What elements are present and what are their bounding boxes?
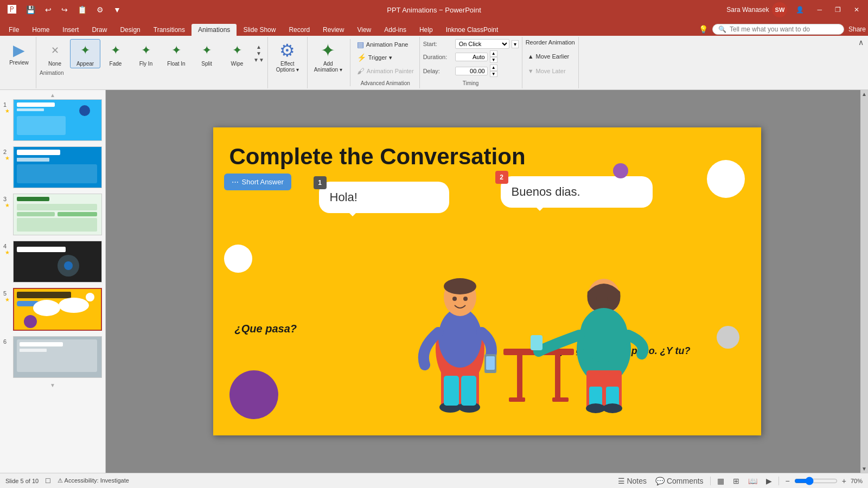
short-answer-button[interactable]: ⋯ Short Answer (224, 174, 291, 190)
settings-btn[interactable]: ⚙ (93, 4, 107, 15)
zoom-slider[interactable] (794, 477, 838, 485)
tell-me-box[interactable]: 🔍 (712, 24, 844, 35)
scroll-more[interactable]: ▼▼ (253, 57, 264, 63)
start-dropdown[interactable]: ▾ (512, 40, 519, 48)
anim-split[interactable]: ✦ Split (192, 40, 222, 68)
slide-view-area: Complete the Conversation ⋯ Short Answer… (106, 90, 868, 473)
zoom-out-btn[interactable]: − (783, 476, 792, 486)
tab-draw[interactable]: Draw (85, 24, 113, 36)
slide-item-2[interactable]: 2 ★ (2, 145, 103, 189)
animation-pane-button[interactable]: ▤ Animation Pane (355, 39, 411, 50)
slideshow-view-btn[interactable]: ▶ (764, 476, 774, 486)
tab-transitions[interactable]: Transitions (147, 24, 192, 36)
reading-view-btn[interactable]: 📖 (746, 476, 760, 486)
trigger-button[interactable]: ⚡ Trigger ▾ (355, 52, 394, 63)
tab-help[interactable]: Help (413, 24, 439, 36)
profile-icon[interactable]: 👤 (792, 5, 808, 15)
svg-rect-46 (486, 356, 495, 370)
save-btn[interactable]: 💾 (23, 4, 39, 15)
circle-purple-lg (229, 370, 278, 419)
tab-view[interactable]: View (350, 24, 378, 36)
slide-item-5[interactable]: 5 ★ (2, 287, 103, 332)
tab-record[interactable]: Record (282, 24, 316, 36)
move-later-button[interactable]: ▼ Move Later (526, 67, 575, 75)
tab-addins[interactable]: Add-ins (378, 24, 413, 36)
anim-none[interactable]: ✕ None (40, 40, 70, 68)
slide-num-5: 5 (3, 290, 11, 297)
tell-me-input[interactable] (730, 25, 838, 33)
animation-group-label: Animation (40, 68, 264, 76)
slide-item-6[interactable]: 6 ★ (2, 335, 103, 379)
tab-home[interactable]: Home (25, 24, 56, 36)
tab-slideshow[interactable]: Slide Show (237, 24, 282, 36)
dropdown-btn[interactable]: ▼ (110, 4, 124, 15)
slide-editor-view-btn[interactable]: ☐ (45, 477, 51, 485)
accessibility-info: ⚠ Accessibility: Investigate (58, 477, 129, 484)
tab-design[interactable]: Design (113, 24, 146, 36)
zoom-in-btn[interactable]: + (840, 476, 848, 486)
anim-floatin[interactable]: ✦ Float In (161, 40, 192, 68)
comments-button[interactable]: 💬 Comments (653, 476, 706, 486)
add-animation-label2: Animation ▾ (314, 67, 342, 73)
share-button[interactable]: Share (848, 25, 866, 33)
scroll-up-btn[interactable]: ▲ (860, 90, 868, 98)
scroll-up[interactable]: ▲ (253, 44, 264, 50)
tab-inknoe[interactable]: Inknoe ClassPoint (439, 24, 505, 36)
redo-btn[interactable]: ↪ (58, 4, 71, 15)
reorder-section: Reorder Animation ▲ Move Earlier ▼ Move … (522, 37, 579, 88)
anim-appear-icon: ✦ (75, 41, 95, 60)
anim-flyin[interactable]: ✦ Fly In (131, 40, 161, 68)
duration-down[interactable]: ▼ (490, 57, 497, 63)
notes-button[interactable]: ☰ Notes (616, 476, 649, 486)
anim-wipe[interactable]: ✦ Wipe (222, 40, 252, 68)
delay-input[interactable] (455, 67, 488, 75)
anim-floatin-label: Float In (167, 61, 185, 67)
panel-scroll-down[interactable]: ▼ (2, 382, 103, 388)
slide-item-4[interactable]: 4 ★ (2, 240, 103, 284)
slide-item-3[interactable]: 3 ★ (2, 192, 103, 236)
circle-white-sm (717, 326, 739, 349)
animation-painter-button[interactable]: 🖌 Animation Painter (355, 66, 416, 76)
delay-down[interactable]: ▼ (490, 71, 497, 78)
add-animation-button[interactable]: ✦ Add Animation ▾ (311, 39, 346, 74)
slide-item-1[interactable]: 1 ★ (2, 98, 103, 142)
svg-point-44 (463, 297, 468, 301)
ribbon-collapse-button[interactable]: ∧ (858, 38, 864, 47)
slide-canvas: Complete the Conversation ⋯ Short Answer… (213, 127, 761, 435)
close-btn[interactable]: ✕ (850, 5, 864, 15)
slide-thumb-wrap-2 (13, 146, 102, 188)
duration-up[interactable]: ▲ (490, 50, 497, 57)
scroll-down-btn[interactable]: ▼ (860, 465, 868, 473)
panel-scroll-up[interactable]: ▲ (2, 92, 103, 98)
scroll-down[interactable]: ▼ (253, 51, 264, 56)
anim-fade-label: Fade (110, 61, 122, 67)
minimize-btn[interactable]: ─ (813, 5, 826, 15)
bubble-num-1: 1 (314, 176, 327, 189)
slide-star-1: ★ (5, 108, 10, 114)
powerpoint-icon[interactable]: 🅿 (4, 4, 20, 16)
tab-animations[interactable]: Animations (192, 24, 237, 36)
duration-input[interactable] (455, 53, 488, 61)
tab-file[interactable]: File (2, 24, 25, 36)
tab-insert[interactable]: Insert (56, 24, 85, 36)
undo-btn[interactable]: ↩ (42, 4, 55, 15)
anim-appear[interactable]: ✦ Appear (70, 39, 100, 68)
start-select[interactable]: On Click With Previous After Previous (455, 39, 509, 49)
adv-animation-label: Advanced Animation (355, 79, 416, 86)
delay-up[interactable]: ▲ (490, 65, 497, 71)
slide-sorter-btn[interactable]: ⊞ (731, 476, 742, 486)
svg-rect-16 (17, 247, 66, 252)
anim-fade[interactable]: ✦ Fade (100, 40, 131, 68)
slide-thumb-wrap-5 (13, 288, 102, 331)
vertical-scrollbar[interactable]: ▲ ▼ (860, 90, 868, 473)
normal-view-btn[interactable]: ▦ (715, 476, 726, 486)
clipboard-btn[interactable]: 📋 (74, 4, 90, 15)
effect-options-button[interactable]: ⚙ Effect Options ▾ (271, 39, 304, 74)
lightbulb-icon[interactable]: 💡 (699, 25, 708, 34)
svg-rect-8 (17, 164, 97, 183)
move-earlier-button[interactable]: ▲ Move Earlier (526, 52, 575, 61)
animation-painter-row: 🖌 Animation Painter (355, 66, 416, 76)
tab-review[interactable]: Review (316, 24, 350, 36)
maximize-btn[interactable]: ❐ (831, 5, 845, 15)
preview-button[interactable]: ▶ Preview (5, 39, 33, 68)
